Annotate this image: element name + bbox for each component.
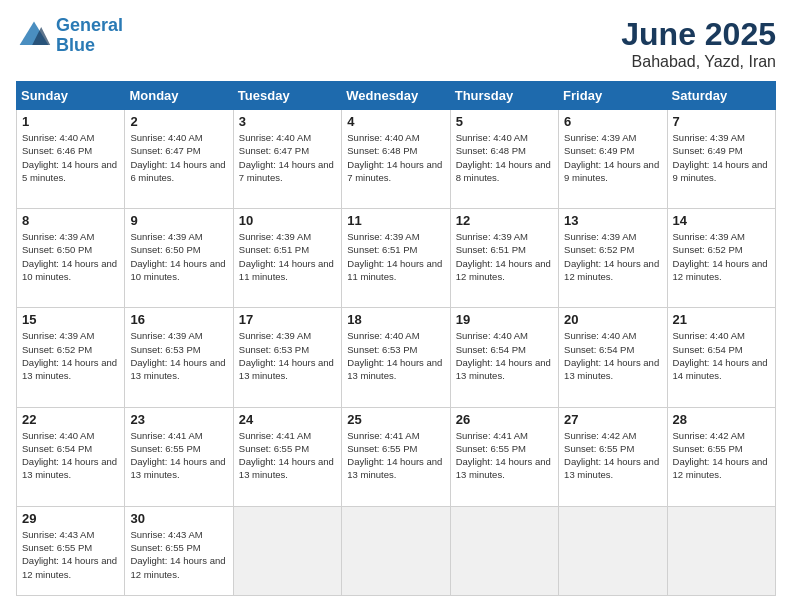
day-info: Sunrise: 4:40 AM Sunset: 6:48 PM Dayligh…: [456, 131, 553, 184]
day-info: Sunrise: 4:40 AM Sunset: 6:54 PM Dayligh…: [564, 329, 661, 382]
day-number: 16: [130, 312, 227, 327]
day-number: 11: [347, 213, 444, 228]
day-info: Sunrise: 4:41 AM Sunset: 6:55 PM Dayligh…: [239, 429, 336, 482]
day-info: Sunrise: 4:40 AM Sunset: 6:53 PM Dayligh…: [347, 329, 444, 382]
calendar-title: June 2025: [621, 16, 776, 53]
title-area: June 2025 Bahabad, Yazd, Iran: [621, 16, 776, 71]
day-number: 20: [564, 312, 661, 327]
day-cell: 10 Sunrise: 4:39 AM Sunset: 6:51 PM Dayl…: [233, 209, 341, 308]
day-cell: 19 Sunrise: 4:40 AM Sunset: 6:54 PM Dayl…: [450, 308, 558, 407]
day-info: Sunrise: 4:39 AM Sunset: 6:53 PM Dayligh…: [239, 329, 336, 382]
header-thursday: Thursday: [450, 82, 558, 110]
day-cell: [559, 506, 667, 595]
day-cell: 22 Sunrise: 4:40 AM Sunset: 6:54 PM Dayl…: [17, 407, 125, 506]
day-info: Sunrise: 4:40 AM Sunset: 6:54 PM Dayligh…: [22, 429, 119, 482]
day-info: Sunrise: 4:42 AM Sunset: 6:55 PM Dayligh…: [564, 429, 661, 482]
calendar-table: Sunday Monday Tuesday Wednesday Thursday…: [16, 81, 776, 596]
day-info: Sunrise: 4:40 AM Sunset: 6:54 PM Dayligh…: [673, 329, 770, 382]
day-cell: 23 Sunrise: 4:41 AM Sunset: 6:55 PM Dayl…: [125, 407, 233, 506]
day-number: 26: [456, 412, 553, 427]
day-cell: 3 Sunrise: 4:40 AM Sunset: 6:47 PM Dayli…: [233, 110, 341, 209]
page: General Blue June 2025 Bahabad, Yazd, Ir…: [0, 0, 792, 612]
day-number: 22: [22, 412, 119, 427]
day-info: Sunrise: 4:39 AM Sunset: 6:51 PM Dayligh…: [456, 230, 553, 283]
header-sunday: Sunday: [17, 82, 125, 110]
logo-blue: Blue: [56, 35, 95, 55]
day-info: Sunrise: 4:42 AM Sunset: 6:55 PM Dayligh…: [673, 429, 770, 482]
day-info: Sunrise: 4:41 AM Sunset: 6:55 PM Dayligh…: [347, 429, 444, 482]
day-number: 4: [347, 114, 444, 129]
day-cell: 6 Sunrise: 4:39 AM Sunset: 6:49 PM Dayli…: [559, 110, 667, 209]
header-saturday: Saturday: [667, 82, 775, 110]
day-number: 15: [22, 312, 119, 327]
day-info: Sunrise: 4:41 AM Sunset: 6:55 PM Dayligh…: [130, 429, 227, 482]
day-cell: 7 Sunrise: 4:39 AM Sunset: 6:49 PM Dayli…: [667, 110, 775, 209]
day-cell: 24 Sunrise: 4:41 AM Sunset: 6:55 PM Dayl…: [233, 407, 341, 506]
week-row-0: 1 Sunrise: 4:40 AM Sunset: 6:46 PM Dayli…: [17, 110, 776, 209]
day-number: 3: [239, 114, 336, 129]
day-cell: 13 Sunrise: 4:39 AM Sunset: 6:52 PM Dayl…: [559, 209, 667, 308]
day-cell: 8 Sunrise: 4:39 AM Sunset: 6:50 PM Dayli…: [17, 209, 125, 308]
day-cell: 26 Sunrise: 4:41 AM Sunset: 6:55 PM Dayl…: [450, 407, 558, 506]
day-number: 9: [130, 213, 227, 228]
day-info: Sunrise: 4:43 AM Sunset: 6:55 PM Dayligh…: [130, 528, 227, 581]
logo-text: General Blue: [56, 16, 123, 56]
day-info: Sunrise: 4:39 AM Sunset: 6:53 PM Dayligh…: [130, 329, 227, 382]
day-info: Sunrise: 4:40 AM Sunset: 6:48 PM Dayligh…: [347, 131, 444, 184]
day-number: 19: [456, 312, 553, 327]
day-info: Sunrise: 4:39 AM Sunset: 6:50 PM Dayligh…: [22, 230, 119, 283]
day-number: 7: [673, 114, 770, 129]
day-cell: 1 Sunrise: 4:40 AM Sunset: 6:46 PM Dayli…: [17, 110, 125, 209]
day-cell: 11 Sunrise: 4:39 AM Sunset: 6:51 PM Dayl…: [342, 209, 450, 308]
day-cell: [342, 506, 450, 595]
day-cell: 15 Sunrise: 4:39 AM Sunset: 6:52 PM Dayl…: [17, 308, 125, 407]
header: General Blue June 2025 Bahabad, Yazd, Ir…: [16, 16, 776, 71]
header-tuesday: Tuesday: [233, 82, 341, 110]
day-number: 10: [239, 213, 336, 228]
day-cell: 12 Sunrise: 4:39 AM Sunset: 6:51 PM Dayl…: [450, 209, 558, 308]
day-cell: 18 Sunrise: 4:40 AM Sunset: 6:53 PM Dayl…: [342, 308, 450, 407]
day-info: Sunrise: 4:40 AM Sunset: 6:47 PM Dayligh…: [130, 131, 227, 184]
logo-general: General: [56, 15, 123, 35]
day-info: Sunrise: 4:39 AM Sunset: 6:49 PM Dayligh…: [564, 131, 661, 184]
week-row-1: 8 Sunrise: 4:39 AM Sunset: 6:50 PM Dayli…: [17, 209, 776, 308]
week-row-3: 22 Sunrise: 4:40 AM Sunset: 6:54 PM Dayl…: [17, 407, 776, 506]
day-info: Sunrise: 4:41 AM Sunset: 6:55 PM Dayligh…: [456, 429, 553, 482]
day-cell: 2 Sunrise: 4:40 AM Sunset: 6:47 PM Dayli…: [125, 110, 233, 209]
day-cell: 27 Sunrise: 4:42 AM Sunset: 6:55 PM Dayl…: [559, 407, 667, 506]
day-cell: [667, 506, 775, 595]
day-cell: 28 Sunrise: 4:42 AM Sunset: 6:55 PM Dayl…: [667, 407, 775, 506]
day-info: Sunrise: 4:39 AM Sunset: 6:51 PM Dayligh…: [347, 230, 444, 283]
day-number: 12: [456, 213, 553, 228]
logo-icon: [16, 18, 52, 54]
day-cell: 30 Sunrise: 4:43 AM Sunset: 6:55 PM Dayl…: [125, 506, 233, 595]
calendar-header-row: Sunday Monday Tuesday Wednesday Thursday…: [17, 82, 776, 110]
day-number: 21: [673, 312, 770, 327]
day-number: 6: [564, 114, 661, 129]
day-info: Sunrise: 4:39 AM Sunset: 6:52 PM Dayligh…: [564, 230, 661, 283]
day-number: 27: [564, 412, 661, 427]
day-number: 28: [673, 412, 770, 427]
day-number: 18: [347, 312, 444, 327]
day-number: 8: [22, 213, 119, 228]
day-number: 25: [347, 412, 444, 427]
day-number: 17: [239, 312, 336, 327]
day-info: Sunrise: 4:40 AM Sunset: 6:47 PM Dayligh…: [239, 131, 336, 184]
day-cell: [233, 506, 341, 595]
day-cell: 14 Sunrise: 4:39 AM Sunset: 6:52 PM Dayl…: [667, 209, 775, 308]
day-cell: 20 Sunrise: 4:40 AM Sunset: 6:54 PM Dayl…: [559, 308, 667, 407]
day-cell: 17 Sunrise: 4:39 AM Sunset: 6:53 PM Dayl…: [233, 308, 341, 407]
day-number: 13: [564, 213, 661, 228]
day-number: 14: [673, 213, 770, 228]
day-number: 24: [239, 412, 336, 427]
day-cell: 9 Sunrise: 4:39 AM Sunset: 6:50 PM Dayli…: [125, 209, 233, 308]
day-number: 30: [130, 511, 227, 526]
day-number: 5: [456, 114, 553, 129]
day-info: Sunrise: 4:40 AM Sunset: 6:54 PM Dayligh…: [456, 329, 553, 382]
header-wednesday: Wednesday: [342, 82, 450, 110]
day-cell: 4 Sunrise: 4:40 AM Sunset: 6:48 PM Dayli…: [342, 110, 450, 209]
day-cell: [450, 506, 558, 595]
day-info: Sunrise: 4:39 AM Sunset: 6:52 PM Dayligh…: [673, 230, 770, 283]
logo: General Blue: [16, 16, 123, 56]
day-cell: 16 Sunrise: 4:39 AM Sunset: 6:53 PM Dayl…: [125, 308, 233, 407]
